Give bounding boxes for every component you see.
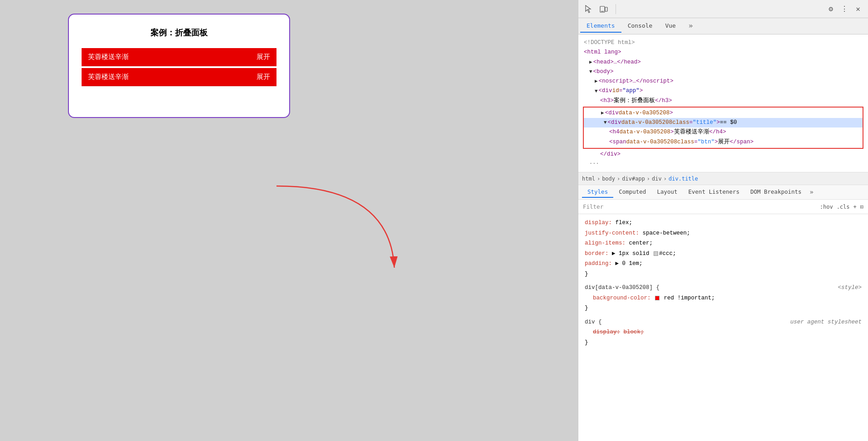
styles-tabs: Styles Computed Layout Event Listeners D… [578, 185, 868, 200]
css-source-2: <style> [838, 283, 862, 293]
styles-tab-dom-breakpoints[interactable]: DOM Breakpoints [745, 186, 807, 198]
device-toggle-icon[interactable] [597, 3, 610, 15]
styles-tab-more[interactable]: » [807, 186, 816, 198]
css-prop-border: border: ▶ 1px solid #ccc; [585, 249, 862, 259]
devtools-tabs: Elements Console Vue » [578, 18, 868, 34]
more-menu-icon[interactable]: ⋮ [838, 3, 851, 15]
styles-tab-styles[interactable]: Styles [582, 186, 613, 198]
accordion-text-2: 芙蓉楼送辛渐 [88, 73, 129, 81]
tree-doctype[interactable]: <!DOCTYPE html> [583, 38, 863, 48]
css-prop-display-ua: display: block; [585, 327, 862, 338]
svg-rect-2 [605, 7, 607, 11]
close-icon[interactable]: ✕ [852, 3, 864, 15]
tree-div-data-v[interactable]: ▶ <div data-v-0a305208> [584, 108, 863, 118]
css-rule-close-1: } [585, 269, 862, 279]
css-rule-close-3: } [585, 338, 862, 348]
tree-h3[interactable]: <h3>案例：折叠面板</h3> [583, 96, 863, 106]
css-selector-2: div[data-v-0a305208] { <style> [585, 283, 862, 293]
tree-span-btn[interactable]: <span data-v-0a305208 class="btn"> 展开 </… [584, 137, 863, 147]
css-prop-justify: justify-content: space-between; [585, 228, 862, 239]
accordion-title-2[interactable]: 芙蓉楼送辛渐 展开 [82, 68, 276, 86]
main-area: 案例：折叠面板 芙蓉楼送辛渐 展开 芙蓉楼送辛渐 展开 [0, 0, 578, 441]
accordion-text-1: 芙蓉楼送辛渐 [88, 53, 129, 61]
tree-body[interactable]: ▼ <body> [583, 67, 863, 77]
settings-icon[interactable]: ⚙ [824, 3, 837, 15]
cls-toggle[interactable]: .cls [837, 204, 850, 210]
crumb-div-app[interactable]: div#app [622, 176, 645, 182]
tab-more[interactable]: » [682, 19, 699, 34]
styles-tab-event-listeners[interactable]: Event Listeners [683, 186, 745, 198]
breadcrumb: html › body › div#app › div › div.title [578, 172, 868, 185]
tree-div-close[interactable]: </div> [583, 150, 863, 159]
tree-head[interactable]: ▶ <head>…</head> [583, 58, 863, 67]
tab-console[interactable]: Console [621, 20, 659, 33]
border-color-swatch[interactable] [654, 251, 658, 256]
tree-div-title-selected[interactable]: ▼ <div data-v-0a305208 class="title"> ==… [584, 118, 863, 127]
red-arrow [263, 177, 408, 281]
cursor-icon[interactable] [582, 3, 595, 15]
css-prop-display: display: flex; [585, 218, 862, 228]
demo-card: 案例：折叠面板 芙蓉楼送辛渐 展开 芙蓉楼送辛渐 展开 [68, 14, 290, 118]
highlight-box: ▶ <div data-v-0a305208> ▼ <div data-v-0a… [583, 107, 863, 149]
tree-h4[interactable]: <h4 data-v-0a305208>芙蓉楼送辛渐</h4> [584, 127, 863, 137]
card-title: 案例：折叠面板 [82, 27, 276, 38]
devtools-toolbar: ⚙ ⋮ ✕ [578, 0, 868, 18]
css-prop-align: align-items: center; [585, 238, 862, 249]
bg-color-swatch[interactable] [655, 296, 659, 300]
css-prop-bgcolor: background-color: red !important; [585, 293, 862, 304]
css-prop-padding: padding: ▶ 0 1em; [585, 259, 862, 269]
tree-more: ··· [583, 159, 863, 168]
crumb-div-title[interactable]: div.title [669, 176, 698, 182]
filter-bar: Filter :hov .cls + ⊡ [578, 200, 868, 214]
accordion-item-1: 芙蓉楼送辛渐 展开 [82, 48, 276, 66]
tree-noscript[interactable]: ▶ <noscript>…</noscript> [583, 77, 863, 86]
css-rule-close-2: } [585, 303, 862, 314]
css-source-ua: user agent stylesheet [790, 317, 862, 328]
devtools-right-icons: ⚙ ⋮ ✕ [824, 3, 864, 15]
styles-tab-layout[interactable]: Layout [651, 186, 683, 198]
crumb-div[interactable]: div [652, 176, 662, 182]
hov-toggle[interactable]: :hov [820, 204, 833, 210]
css-rule-3: div { user agent stylesheet display: blo… [585, 317, 862, 348]
filter-label: Filter [583, 203, 603, 210]
tree-div-app[interactable]: ▼ <div id="app"> [583, 86, 863, 96]
accordion-item-2: 芙蓉楼送辛渐 展开 [82, 68, 276, 86]
accordion-btn-2[interactable]: 展开 [257, 73, 270, 81]
accordion-title-1[interactable]: 芙蓉楼送辛渐 展开 [82, 48, 276, 66]
styles-tab-computed[interactable]: Computed [613, 186, 651, 198]
css-rule-1: display: flex; justify-content: space-be… [585, 218, 862, 279]
tree-html[interactable]: <html lang> [583, 48, 863, 57]
html-tree: <!DOCTYPE html> <html lang> ▶ <head>…</h… [578, 34, 868, 172]
css-rule-2: div[data-v-0a305208] { <style> backgroun… [585, 283, 862, 314]
css-selector-3: div { user agent stylesheet [585, 317, 862, 328]
tab-elements[interactable]: Elements [580, 20, 621, 33]
css-rules: display: flex; justify-content: space-be… [578, 214, 868, 441]
crumb-body[interactable]: body [602, 176, 615, 182]
add-rule-btn[interactable]: + [853, 204, 857, 210]
tab-vue[interactable]: Vue [659, 20, 682, 33]
toggle-sidebar-icon[interactable]: ⊡ [860, 204, 863, 210]
filter-right: :hov .cls + ⊡ [820, 204, 863, 210]
toolbar-separator [616, 4, 616, 14]
devtools-panel: ⚙ ⋮ ✕ Elements Console Vue » <!DOCTYPE h… [578, 0, 868, 441]
accordion-btn-1[interactable]: 展开 [257, 53, 270, 61]
crumb-html[interactable]: html [582, 176, 595, 182]
